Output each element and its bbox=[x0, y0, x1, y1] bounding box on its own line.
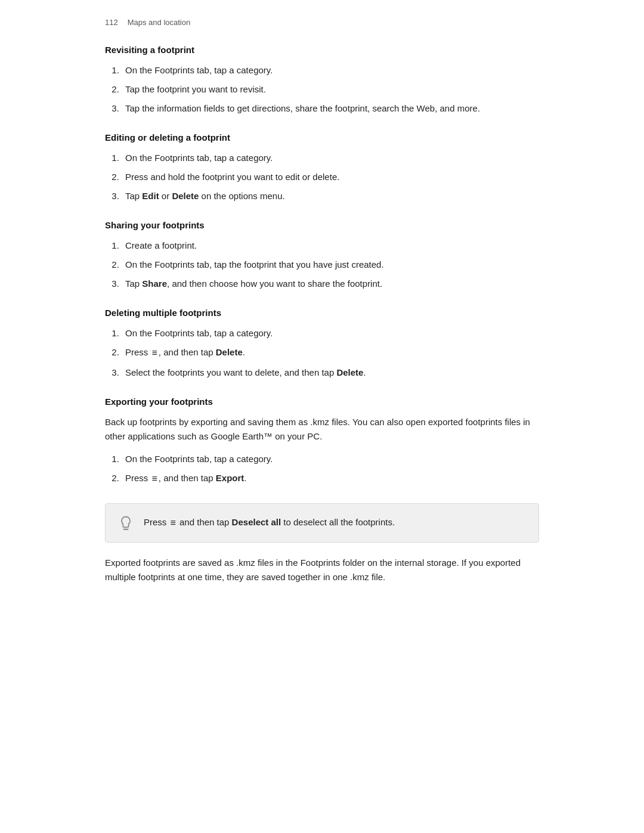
list-item: On the Footprints tab, tap the footprint… bbox=[122, 258, 539, 272]
section-editing: Editing or deleting a footprint On the F… bbox=[105, 132, 539, 203]
list-item: On the Footprints tab, tap a category. bbox=[122, 326, 539, 340]
bold-delete-3: Delete bbox=[336, 367, 363, 377]
list-item: Tap the footprint you want to revisit. bbox=[122, 82, 539, 97]
list-revisiting: On the Footprints tab, tap a category. T… bbox=[122, 63, 539, 116]
page-header: 112 Maps and location bbox=[105, 18, 539, 27]
section-heading-sharing: Sharing your footprints bbox=[105, 220, 539, 230]
bold-export: Export bbox=[216, 473, 244, 483]
section-heading-revisiting: Revisiting a footprint bbox=[105, 45, 539, 55]
list-item: Tap Share, and then choose how you want … bbox=[122, 277, 539, 291]
section-deleting-multiple: Deleting multiple footprints On the Foot… bbox=[105, 308, 539, 380]
section-heading-exporting: Exporting your footprints bbox=[105, 397, 539, 407]
list-item: On the Footprints tab, tap a category. bbox=[122, 151, 539, 165]
tip-box: Press ≡ and then tap Deselect all to des… bbox=[105, 503, 539, 543]
page-title-header: Maps and location bbox=[128, 18, 191, 27]
tip-lightbulb-icon bbox=[117, 515, 134, 531]
list-item: Select the footprints you want to delete… bbox=[122, 366, 539, 380]
list-deleting-multiple: On the Footprints tab, tap a category. P… bbox=[122, 326, 539, 380]
list-item: Press and hold the footprint you want to… bbox=[122, 170, 539, 184]
list-item: Press ≡, and then tap Export. bbox=[122, 471, 539, 487]
bold-deselect-all: Deselect all bbox=[232, 517, 281, 527]
list-item: Create a footprint. bbox=[122, 239, 539, 253]
tip-text: Press ≡ and then tap Deselect all to des… bbox=[144, 515, 395, 531]
list-item: On the Footprints tab, tap a category. bbox=[122, 63, 539, 78]
list-item: On the Footprints tab, tap a category. bbox=[122, 452, 539, 466]
list-item: Press ≡, and then tap Delete. bbox=[122, 345, 539, 361]
exporting-intro: Back up footprints by exporting and savi… bbox=[105, 415, 539, 444]
menu-icon: ≡ bbox=[152, 345, 157, 361]
list-editing: On the Footprints tab, tap a category. P… bbox=[122, 151, 539, 203]
menu-icon-2: ≡ bbox=[152, 471, 157, 487]
footer-text: Exported footprints are saved as .kmz fi… bbox=[105, 556, 539, 584]
page-number: 112 bbox=[105, 18, 118, 27]
bold-share: Share bbox=[142, 278, 167, 289]
list-item: Tap the information fields to get direct… bbox=[122, 101, 539, 116]
list-sharing: Create a footprint. On the Footprints ta… bbox=[122, 239, 539, 291]
section-revisiting: Revisiting a footprint On the Footprints… bbox=[105, 45, 539, 116]
list-exporting: On the Footprints tab, tap a category. P… bbox=[122, 452, 539, 487]
list-item: Tap Edit or Delete on the options menu. bbox=[122, 189, 539, 203]
menu-icon-tip: ≡ bbox=[171, 515, 176, 531]
bold-delete-2: Delete bbox=[216, 347, 243, 357]
section-exporting: Exporting your footprints Back up footpr… bbox=[105, 397, 539, 487]
section-heading-editing: Editing or deleting a footprint bbox=[105, 132, 539, 143]
page-container: 112 Maps and location Revisiting a footp… bbox=[0, 0, 644, 628]
bold-delete: Delete bbox=[172, 191, 199, 201]
bold-edit: Edit bbox=[142, 191, 159, 201]
section-heading-deleting-multiple: Deleting multiple footprints bbox=[105, 308, 539, 318]
section-sharing: Sharing your footprints Create a footpri… bbox=[105, 220, 539, 291]
